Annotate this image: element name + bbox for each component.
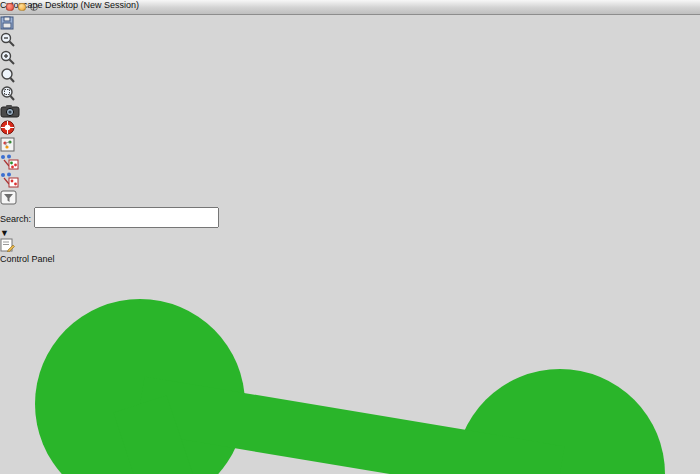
app-title: Cytoscape Desktop (New Session): [0, 0, 700, 10]
apply-layout-a-icon[interactable]: [0, 154, 25, 172]
create-network-view-icon[interactable]: [0, 137, 22, 154]
main-toolbar: Search: ▼: [0, 0, 700, 254]
zoom-in-icon[interactable]: [0, 50, 22, 68]
control-panel-tabs: Network Mosaic ►: [0, 264, 700, 474]
network-tab-icon: [0, 264, 700, 474]
zoom-out-icon[interactable]: [0, 32, 22, 50]
search-label: Search:: [0, 214, 31, 224]
search-options-icon[interactable]: [0, 238, 26, 254]
apply-layout-b-icon[interactable]: [0, 172, 25, 190]
search-input[interactable]: [34, 207, 219, 228]
view-minimize-icon[interactable]: [18, 3, 26, 11]
search-dropdown-button[interactable]: ▼: [0, 228, 700, 238]
app-title-bar: Cytoscape Desktop (New Session): [0, 0, 700, 15]
zoom-selected-region-icon[interactable]: [0, 68, 22, 86]
cytoscape-app-window: Cytoscape Desktop (New Session): [0, 0, 700, 474]
filters-icon[interactable]: [0, 190, 24, 207]
view-zoom-icon[interactable]: [30, 3, 38, 11]
control-panel-header: Control Panel: [0, 254, 700, 264]
save-session-icon[interactable]: [0, 16, 24, 32]
tab-network[interactable]: Network: [0, 264, 700, 474]
zoom-to-fit-icon[interactable]: [0, 86, 22, 104]
control-panel: Control Panel Network Mosaic ► Node colo…: [0, 254, 700, 474]
control-panel-title: Control Panel: [0, 254, 55, 264]
view-close-icon[interactable]: [6, 3, 14, 11]
help-lifering-icon[interactable]: [0, 120, 24, 137]
snapshot-camera-icon[interactable]: [0, 104, 26, 120]
